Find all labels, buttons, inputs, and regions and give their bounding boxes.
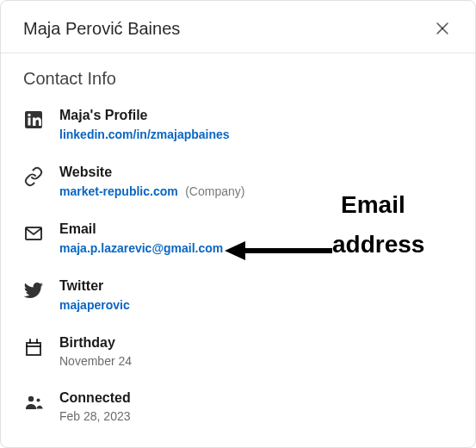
connected-value: Feb 28, 2023 bbox=[59, 409, 453, 423]
contact-item-connected: Connected Feb 28, 2023 bbox=[23, 380, 453, 435]
website-note: (Company) bbox=[185, 184, 244, 198]
envelope-icon bbox=[23, 223, 44, 244]
contact-item-twitter: Twitter majaperovic bbox=[23, 268, 453, 325]
profile-label: Maja's Profile bbox=[59, 108, 453, 123]
birthday-label: Birthday bbox=[59, 335, 453, 351]
email-link[interactable]: maja.p.lazarevic@gmail.com bbox=[59, 241, 223, 255]
dialog-header: Maja Perović Baines bbox=[1, 1, 475, 53]
email-label: Email bbox=[59, 221, 453, 237]
connected-label: Connected bbox=[59, 390, 453, 406]
profile-link[interactable]: linkedin.com/in/zmajapbaines bbox=[59, 128, 230, 141]
section-title: Contact Info bbox=[1, 53, 475, 97]
people-icon bbox=[23, 392, 44, 413]
contact-item-email: Email maja.p.lazarevic@gmail.com bbox=[23, 211, 453, 268]
website-label: Website bbox=[59, 165, 453, 180]
svg-rect-3 bbox=[28, 118, 31, 126]
contact-list: Maja's Profile linkedin.com/in/zmajapbai… bbox=[1, 97, 475, 435]
svg-rect-6 bbox=[27, 343, 40, 355]
link-icon bbox=[23, 166, 44, 187]
dialog-title: Maja Perović Baines bbox=[23, 19, 180, 39]
contact-item-profile: Maja's Profile linkedin.com/in/zmajapbai… bbox=[23, 97, 453, 154]
close-button[interactable] bbox=[430, 16, 454, 40]
calendar-icon bbox=[23, 337, 44, 358]
twitter-icon bbox=[23, 280, 44, 301]
contact-item-birthday: Birthday November 24 bbox=[23, 325, 453, 380]
twitter-label: Twitter bbox=[59, 278, 453, 294]
contact-item-website: Website market-republic.com (Company) bbox=[23, 154, 453, 211]
svg-point-11 bbox=[37, 399, 40, 402]
twitter-link[interactable]: majaperovic bbox=[59, 298, 130, 312]
website-link[interactable]: market-republic.com bbox=[59, 184, 178, 198]
x-icon bbox=[434, 20, 451, 37]
birthday-value: November 24 bbox=[59, 354, 453, 368]
linkedin-icon bbox=[23, 109, 44, 130]
svg-point-10 bbox=[28, 396, 34, 401]
svg-point-4 bbox=[28, 114, 30, 116]
